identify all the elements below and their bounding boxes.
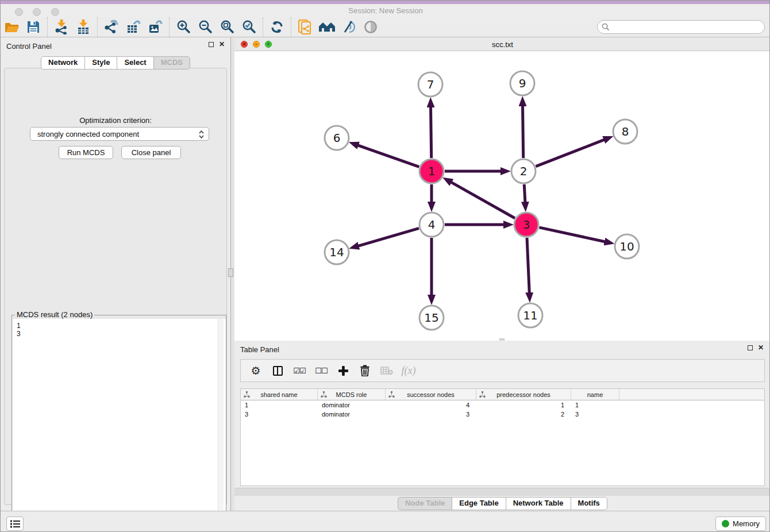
column-header-predecessor-nodes[interactable]: predecessor nodes: [476, 389, 571, 400]
tab-network[interactable]: Network: [41, 56, 85, 70]
save-session-button[interactable]: [22, 18, 44, 36]
node-8[interactable]: 8: [613, 119, 637, 144]
node-3[interactable]: 3: [514, 213, 538, 237]
svg-text:4: 4: [428, 218, 436, 232]
table-cell[interactable]: 2: [476, 411, 571, 418]
table-row[interactable]: 1dominator411: [241, 400, 764, 410]
edge-3-1[interactable]: [451, 182, 515, 218]
edge-2-8[interactable]: [536, 140, 604, 166]
table-row[interactable]: 3dominator323: [241, 410, 764, 419]
first-neighbors-button[interactable]: [316, 18, 338, 36]
tab-node-table[interactable]: Node Table: [398, 497, 452, 510]
open-session-button[interactable]: [1, 18, 22, 36]
import-table-icon: [76, 20, 91, 34]
table-cell[interactable]: 1: [241, 402, 318, 408]
float-table-panel-icon[interactable]: [748, 345, 753, 350]
show-panels-button[interactable]: [6, 516, 24, 531]
node-table: shared nameMCDS rolesuccessor nodesprede…: [240, 388, 765, 486]
column-header-MCDS-role[interactable]: MCDS role: [318, 389, 386, 400]
export-network-button[interactable]: [101, 18, 122, 36]
table-options-button[interactable]: ⚙: [249, 364, 263, 377]
tab-select[interactable]: Select: [117, 56, 153, 70]
optimization-criterion-label: Optimization criterion:: [5, 116, 226, 125]
toolbar-separator: [169, 17, 170, 37]
toolbar-separator: [47, 17, 48, 37]
trash-icon: [360, 365, 370, 376]
add-row-button[interactable]: [336, 364, 350, 377]
memory-button[interactable]: Memory: [715, 516, 766, 531]
node-6[interactable]: 6: [325, 126, 349, 150]
edge-3-11[interactable]: [527, 238, 529, 293]
column-header-successor-nodes[interactable]: successor nodes: [386, 389, 476, 400]
zoom-out-button[interactable]: [194, 18, 216, 36]
network-window-titlebar[interactable]: ✕ − + scc.txt: [234, 37, 770, 51]
tab-network-table[interactable]: Network Table: [506, 497, 571, 510]
mcds-result-box: MCDS result (2 nodes) 1 3: [11, 315, 226, 532]
import-table-button[interactable]: [72, 18, 94, 36]
float-panel-icon[interactable]: [209, 42, 214, 47]
node-10[interactable]: 10: [615, 234, 639, 259]
table-cell[interactable]: 3: [386, 411, 476, 418]
network-canvas[interactable]: 1234678910111415: [234, 51, 770, 341]
clone-network-button[interactable]: [294, 18, 316, 36]
node-7[interactable]: 7: [418, 72, 442, 97]
table-cell[interactable]: 3: [571, 411, 619, 418]
unselect-all-button[interactable]: ☐☐: [314, 364, 328, 377]
edge-2-3[interactable]: [524, 184, 525, 202]
import-network-button[interactable]: [51, 18, 72, 36]
table-cell[interactable]: dominator: [318, 402, 386, 408]
tab-motifs[interactable]: Motifs: [571, 497, 607, 510]
edge-2-9[interactable]: [523, 106, 523, 158]
table-cell[interactable]: 4: [386, 402, 476, 408]
search-input[interactable]: [597, 20, 765, 34]
run-mcds-button[interactable]: Run MCDS: [59, 146, 113, 159]
column-header-name[interactable]: name: [571, 389, 619, 400]
node-9[interactable]: 9: [510, 71, 534, 95]
column-label: predecessor nodes: [496, 391, 550, 398]
show-columns-button[interactable]: [271, 364, 284, 377]
criterion-select[interactable]: strongly connected component: [30, 127, 209, 141]
node-14[interactable]: 14: [325, 240, 349, 264]
birds-eye-view-button[interactable]: [360, 18, 382, 36]
application-window: Session: New Session: [0, 0, 770, 532]
table-cell[interactable]: dominator: [318, 411, 386, 418]
zoom-in-button[interactable]: [172, 18, 194, 36]
main-toolbar: [1, 17, 770, 37]
close-panel-button[interactable]: Close panel: [121, 146, 181, 159]
export-table-button[interactable]: [122, 18, 144, 36]
mcds-result-text[interactable]: 1 3: [13, 319, 226, 531]
node-2[interactable]: 2: [511, 159, 536, 183]
export-image-button[interactable]: [144, 18, 166, 36]
tab-style[interactable]: Style: [84, 56, 117, 70]
mcds-result-scrollbar[interactable]: [218, 319, 224, 531]
tab-edge-table[interactable]: Edge Table: [452, 497, 506, 510]
close-table-panel-icon[interactable]: ✕: [758, 345, 764, 350]
edge-4-14[interactable]: [358, 228, 418, 246]
panel-divider-handle[interactable]: [228, 268, 233, 277]
table-cell[interactable]: 1: [476, 402, 571, 408]
import-network-icon: [54, 20, 69, 34]
table-cell[interactable]: 1: [571, 402, 619, 408]
select-all-button[interactable]: ☑☑: [292, 364, 306, 377]
edge-3-10[interactable]: [539, 228, 605, 242]
delete-row-button[interactable]: [358, 364, 372, 377]
table-panel-footer-strip: [234, 488, 770, 496]
column-header-shared-name[interactable]: shared name: [241, 389, 318, 400]
table-cell[interactable]: 3: [241, 411, 318, 418]
node-15[interactable]: 15: [419, 306, 444, 330]
node-4[interactable]: 4: [419, 213, 444, 237]
close-panel-icon[interactable]: ✕: [219, 42, 225, 47]
edge-1-7[interactable]: [431, 107, 432, 158]
zoom-fit-button[interactable]: [216, 18, 238, 36]
network-view-window: ✕ − + scc.txt 1234678910111415: [234, 37, 770, 341]
tab-mcds[interactable]: MCDS: [153, 56, 190, 70]
zoom-fit-icon: [220, 20, 234, 34]
edge-1-6[interactable]: [358, 145, 419, 167]
node-1[interactable]: 1: [419, 159, 444, 183]
show-hide-graphics-details-button[interactable]: [338, 18, 360, 36]
zoom-selected-button[interactable]: [238, 18, 260, 36]
node-11[interactable]: 11: [518, 303, 542, 327]
zoom-out-icon: [198, 20, 213, 34]
plus-icon: [338, 365, 349, 376]
apply-preferred-layout-button[interactable]: [266, 18, 288, 36]
